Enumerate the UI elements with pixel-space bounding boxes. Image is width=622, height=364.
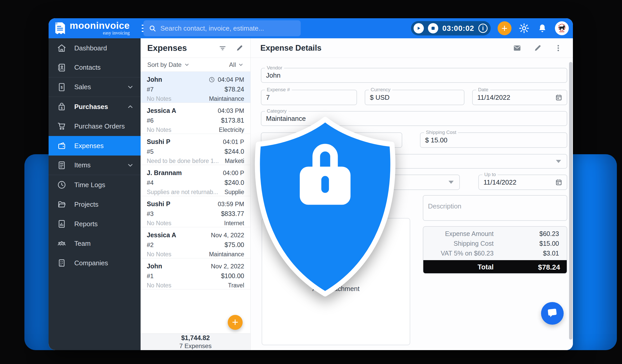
sidebar-item[interactable]: Time Logs <box>49 175 141 195</box>
chevron-down-icon <box>184 62 190 68</box>
list-sort-row: Sort by Date All <box>141 58 250 72</box>
expense-number: #3 <box>147 210 154 217</box>
expense-time: 04:03 PM <box>218 107 244 114</box>
sidebar-item-icon <box>57 199 67 209</box>
expense-time: 03:59 PM <box>218 201 244 208</box>
dropdown-arrow-icon <box>556 160 561 163</box>
totals-row: VAT 5% on $60.23 $3.01 <box>423 248 567 258</box>
clock-icon <box>208 76 215 83</box>
timer-info-icon[interactable]: i <box>478 24 488 33</box>
calendar-icon[interactable] <box>555 178 563 186</box>
sidebar-item[interactable]: Projects <box>49 195 141 214</box>
sidebar-item[interactable]: Dashboard <box>49 38 141 58</box>
expenses-total: $1,744.82 <box>181 334 210 342</box>
scrollbar-thumb[interactable] <box>569 62 572 340</box>
search-input[interactable] <box>160 24 296 33</box>
settings-gear-icon[interactable] <box>518 23 530 34</box>
expense-note: No Notes <box>147 220 171 227</box>
brand-name: mooninvoice <box>70 21 130 30</box>
sidebar-item[interactable]: Team <box>49 234 141 253</box>
sidebar-item[interactable]: Expenses <box>49 136 141 156</box>
sidebar-item-icon <box>57 160 67 170</box>
shipping-cost-label: Shipping Cost <box>424 130 458 135</box>
mail-icon[interactable] <box>513 44 522 52</box>
expense-vendor: J. Brannam <box>147 169 182 177</box>
grand-total-value: $78.24 <box>493 263 567 271</box>
expense-time: Nov 2, 2022 <box>211 263 244 270</box>
totals-row-value: $3.01 <box>493 250 567 257</box>
description-field[interactable]: Description <box>423 195 567 221</box>
calendar-icon[interactable] <box>555 94 563 101</box>
totals-row-label: VAT 5% on $60.23 <box>423 250 493 257</box>
totals-row: Shipping Cost $15.00 <box>423 239 567 248</box>
vendor-field[interactable]: Vendor John <box>261 68 567 83</box>
expense-row[interactable]: Jessica A 04:03 PM #6 $173.81 <box>141 103 250 134</box>
totals-rows: Expense Amount $60.23 Shipping Cost $15.… <box>423 229 567 258</box>
timer-widget: 03:00:02 i <box>411 21 491 35</box>
expense-number: #1 <box>147 272 154 280</box>
shipping-cost-field[interactable]: Shipping Cost $ 15.00 <box>420 132 567 148</box>
chevron-icon <box>127 162 134 169</box>
expense-vendor: Sushi P <box>147 200 170 208</box>
screenshot-stage: mooninvoice easy invoicing <box>0 0 622 364</box>
chat-bubble-icon <box>545 306 560 321</box>
expense-row[interactable]: Sushi P 04:01 P #5 $244.0 <box>141 134 250 165</box>
timer-value: 03:00:02 <box>442 24 474 33</box>
shipping-cost-value: $ 15.00 <box>425 136 447 144</box>
date-value: 11/14/2022 <box>477 94 510 102</box>
sidebar-item-label: Team <box>74 240 134 248</box>
expenses-list-panel: Expenses Sort by Date All <box>141 38 251 350</box>
expense-note: No Notes <box>147 126 171 133</box>
expense-row[interactable]: Sushi P 03:59 PM #3 $833.77 <box>141 196 250 227</box>
search-bar[interactable] <box>143 20 301 36</box>
expense-vendor: John <box>147 262 162 270</box>
totals-row-value: $60.23 <box>493 230 567 238</box>
expense-number: #7 <box>147 86 154 93</box>
date-field[interactable]: Date 11/14/2022 <box>472 90 567 105</box>
filter-all-dropdown[interactable]: All <box>229 61 244 68</box>
sidebar-item-label: Expenses <box>74 142 134 150</box>
sidebar-item[interactable]: Contacts <box>49 58 141 77</box>
chevron-down-icon <box>238 62 244 68</box>
totals-row-label: Shipping Cost <box>423 240 493 247</box>
sidebar-item[interactable]: $ Purchases <box>49 97 141 116</box>
currency-value: $ USD <box>370 94 390 102</box>
up-to-date-field[interactable]: Up to 11/14/2022 <box>478 175 567 190</box>
sidebar-item[interactable]: $ Sales <box>49 77 141 97</box>
sidebar-item[interactable]: Items <box>49 156 141 175</box>
edit-pencil-icon[interactable] <box>533 44 542 52</box>
filter-icon[interactable] <box>218 44 227 52</box>
sidebar-item-label: Reports <box>74 220 134 228</box>
expense-row[interactable]: John 04:04 PM #7 $78.24 <box>141 72 250 103</box>
up-to-value: 11/14/2022 <box>483 178 516 186</box>
dropdown-arrow-icon <box>449 181 454 184</box>
expense-time: 04:04 PM <box>218 76 244 83</box>
chevron-icon <box>127 84 134 91</box>
sort-by-dropdown[interactable]: Sort by Date <box>147 61 229 68</box>
timer-stop-button[interactable] <box>428 23 438 33</box>
add-expense-button[interactable]: + <box>228 315 243 330</box>
timer-play-button[interactable] <box>414 23 424 33</box>
currency-field[interactable]: Currency $ USD <box>365 90 464 105</box>
expense-row[interactable]: John Nov 2, 2022 #1 $100.00 <box>141 258 250 289</box>
filter-all-label: All <box>229 61 236 68</box>
grand-total-label: Total <box>423 263 493 271</box>
chat-support-button[interactable] <box>541 302 564 325</box>
expense-row[interactable]: Jessica A Nov 4, 2022 #2 $75.00 <box>141 227 250 258</box>
sidebar-item[interactable]: Reports <box>49 214 141 234</box>
svg-text:$: $ <box>61 106 62 110</box>
expense-number-field[interactable]: Expense # 7 <box>261 90 357 105</box>
sidebar-item-label: Purchase Orders <box>74 122 134 130</box>
quick-add-button[interactable]: + <box>498 21 511 35</box>
sidebar-item[interactable]: Companies <box>49 253 141 273</box>
notifications-bell-icon[interactable] <box>537 23 548 34</box>
user-avatar[interactable] <box>555 21 569 35</box>
expenses-title: Expenses <box>147 43 210 53</box>
expense-note: Supplies are not returnab... <box>147 189 218 196</box>
expense-row[interactable]: J. Brannam 04:00 P #4 $240.0 <box>141 165 250 196</box>
sidebar-item-icon <box>57 180 67 190</box>
kebab-menu-icon[interactable] <box>554 44 563 52</box>
edit-pencil-icon[interactable] <box>235 44 244 52</box>
expense-number: #2 <box>147 241 154 249</box>
sidebar-item[interactable]: Purchase Orders <box>49 116 141 136</box>
